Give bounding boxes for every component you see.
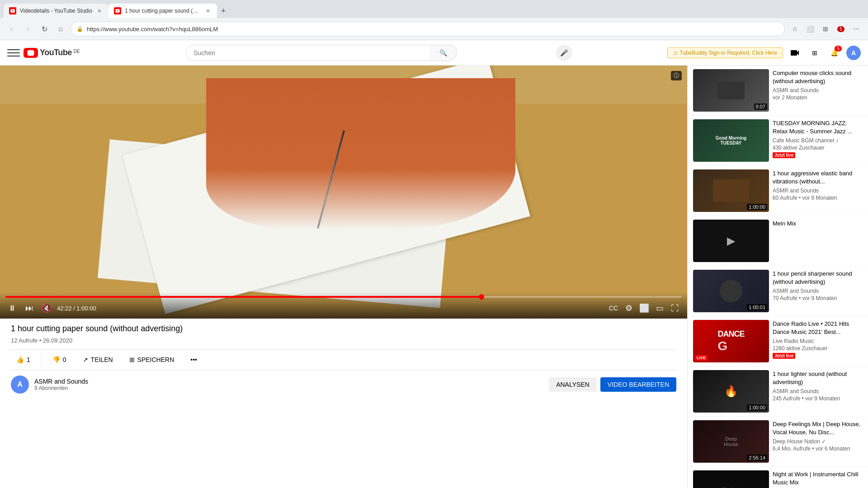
sidebar-item-title-6: Dance Radio Live • 2021 Hits Dance Music… xyxy=(773,320,863,336)
tubebuddy-banner[interactable]: ⚠ TubeBuddy Sign-in Required, Click Here xyxy=(667,47,783,58)
list-item[interactable]: DeepHouse 2:56:14 Deep Feelings Mix | De… xyxy=(688,417,868,467)
hand-area xyxy=(206,78,515,230)
list-item[interactable]: 1:00:00 1 hour aggressive elastic band v… xyxy=(688,166,868,216)
video-area: ⓘ ⏸ ⏭ 🔇 42:22 / 1:00:00 CC xyxy=(0,66,687,488)
video-duration-8: 2:56:14 xyxy=(747,455,767,461)
logo-area: YouTube DE xyxy=(7,47,80,59)
video-scene xyxy=(0,66,687,319)
sidebar-item-channel-5: ASMR and Sounds xyxy=(773,288,863,294)
share-label: TEILEN xyxy=(91,356,113,363)
sidebar-thumbnail-7: 🔥 1:00:00 xyxy=(693,370,769,413)
share-button[interactable]: ↗ TEILEN xyxy=(77,353,118,366)
settings-button[interactable]: ⚙ xyxy=(622,301,636,315)
upload-button[interactable] xyxy=(787,45,803,61)
sidebar-item-info-3: 1 hour aggressive elastic band vibration… xyxy=(773,169,863,212)
tab-favicon-2 xyxy=(114,7,121,14)
video-player[interactable]: ⓘ ⏸ ⏭ 🔇 42:22 / 1:00:00 CC xyxy=(0,66,687,319)
profile-icon[interactable]: 5 xyxy=(835,23,847,35)
sidebar-item-title-7: 1 hour lighter sound (without advertisin… xyxy=(773,370,863,386)
sidebar-item-title-2: TUESDAY MORNING JAZZ: Relax Music - Summ… xyxy=(773,119,863,136)
thumbs-down-icon: 👎 xyxy=(52,356,60,363)
country-code: DE xyxy=(74,49,80,54)
fullscreen-button[interactable]: ⛶ xyxy=(668,301,682,315)
list-item[interactable]: 0:07 Computer mouse clicks sound (withou… xyxy=(688,66,868,116)
time-display: 42:22 / 1:00:00 xyxy=(57,305,96,312)
sidebar-item-channel-1: ASMR and Sounds xyxy=(773,87,863,94)
sidebar-item-info-4: Mein Mix xyxy=(773,220,863,262)
sidebar-thumbnail-8: DeepHouse 2:56:14 xyxy=(693,420,769,463)
thumbs-up-icon: 👍 xyxy=(16,356,24,363)
notifications-button[interactable]: 🔔 5 xyxy=(826,45,843,61)
tab-close-2[interactable]: × xyxy=(204,7,212,14)
home-button[interactable]: ⌂ xyxy=(54,23,67,35)
theater-button[interactable]: ▭ xyxy=(653,301,666,315)
list-item[interactable]: DANCEG LIVE Dance Radio Live • 2021 Hits… xyxy=(688,316,868,366)
sidebar-item-channel-6: Live Radio Music xyxy=(773,338,863,344)
volume-button[interactable]: 🔇 xyxy=(40,301,53,315)
channel-info: ASMR and Sounds 9 Abonnenten xyxy=(34,378,88,391)
notification-badge: 5 xyxy=(835,46,842,52)
list-item[interactable]: 🔥 1:00:00 1 hour lighter sound (without … xyxy=(688,366,868,417)
list-item[interactable]: 1:00:01 1 hour pencil sharpener sound (w… xyxy=(688,266,868,316)
back-button[interactable]: ‹ xyxy=(5,23,18,35)
sidebar-item-info-8: Deep Feelings Mix | Deep House, Vocal Ho… xyxy=(773,420,863,463)
video-player-container: ⓘ ⏸ ⏭ 🔇 42:22 / 1:00:00 CC xyxy=(0,66,687,319)
youtube-logo[interactable]: YouTube DE xyxy=(24,48,80,58)
refresh-button[interactable]: ↻ xyxy=(38,23,51,35)
like-divider xyxy=(41,354,42,365)
list-item[interactable]: Good MorningTUESDAY TUESDAY MORNING JAZZ… xyxy=(688,116,868,166)
user-avatar[interactable]: A xyxy=(846,46,861,60)
tab-title-2: 1 hour cutting paper sound (w... xyxy=(125,8,201,14)
pause-button[interactable]: ⏸ xyxy=(5,301,19,315)
settings-icon[interactable]: ⋯ xyxy=(850,23,863,35)
miniplayer-button[interactable]: ⬜ xyxy=(637,301,651,315)
search-bar[interactable]: 🔍 xyxy=(186,45,457,61)
tab-youtube-studio[interactable]: Videodetails - YouTube Studio × xyxy=(4,4,108,18)
collections-icon[interactable]: ⊞ xyxy=(819,23,832,35)
video-title: 1 hour cutting paper sound (without adve… xyxy=(11,324,676,333)
like-button[interactable]: 👍 1 xyxy=(11,353,36,366)
progress-bar[interactable] xyxy=(5,296,682,298)
edit-video-button[interactable]: VIDEO BEARBEITEN xyxy=(600,377,676,392)
subtitle-button[interactable]: CC xyxy=(607,301,620,315)
list-item[interactable]: Night atWork Night at Work | Instrumenta… xyxy=(688,467,868,488)
sidebar-item-channel-2: Cafe Music BGM channel ♪ xyxy=(773,137,863,144)
youtube-wordmark: YouTube xyxy=(40,48,72,57)
address-bar[interactable]: 🔒 https://www.youtube.com/watch?v=hquL88… xyxy=(71,22,785,36)
address-url: https://www.youtube.com/watch?v=hquL886o… xyxy=(87,26,779,33)
dislike-button[interactable]: 👎 0 xyxy=(47,353,72,366)
microphone-button[interactable]: 🎤 xyxy=(556,45,572,61)
analyze-button[interactable]: ANALYSEN xyxy=(549,377,597,392)
search-button[interactable]: 🔍 xyxy=(430,45,457,61)
search-input[interactable] xyxy=(186,45,430,61)
channel-name[interactable]: ASMR and Sounds xyxy=(34,378,88,385)
more-icon: ••• xyxy=(190,356,197,363)
sidebar-item-info-6: Dance Radio Live • 2021 Hits Dance Music… xyxy=(773,320,863,362)
list-item[interactable]: ▶ Mein Mix xyxy=(688,216,868,266)
recommendations-sidebar: 0:07 Computer mouse clicks sound (withou… xyxy=(687,66,868,488)
video-views-date: 12 Aufrufe • 26.09.2020 xyxy=(11,337,72,344)
bookmark-icon[interactable]: ☆ xyxy=(788,23,801,35)
lock-icon: 🔒 xyxy=(76,26,83,32)
sidebar-thumbnail-5: 1:00:01 xyxy=(693,270,769,312)
more-button[interactable]: ••• xyxy=(185,353,203,366)
tab-current-video[interactable]: 1 hour cutting paper sound (w... × xyxy=(108,4,217,18)
sidebar-item-title-4: Mein Mix xyxy=(773,220,863,228)
tab-close-1[interactable]: × xyxy=(96,7,103,14)
next-button[interactable]: ⏭ xyxy=(23,301,36,315)
sidebar-item-channel-3: ASMR and Sounds xyxy=(773,188,863,194)
pocket-icon[interactable]: ⬜ xyxy=(804,23,816,35)
youtube-logo-icon xyxy=(24,48,38,58)
video-controls: ⏸ ⏭ 🔇 42:22 / 1:00:00 CC ⚙ ⬜ ▭ ⛶ xyxy=(0,292,687,319)
new-tab-button[interactable]: + xyxy=(217,5,230,17)
channel-actions: ANALYSEN VIDEO BEARBEITEN xyxy=(549,377,676,392)
like-count: 1 xyxy=(27,356,30,363)
hamburger-menu[interactable] xyxy=(7,47,20,59)
save-button[interactable]: ⊞ SPEICHERN xyxy=(124,353,180,366)
forward-button[interactable]: › xyxy=(22,23,34,35)
apps-button[interactable]: ⊞ xyxy=(807,45,823,61)
sidebar-item-channel-8: Deep House Nation ✓ xyxy=(773,438,863,445)
video-info-button[interactable]: ⓘ xyxy=(671,71,682,80)
channel-avatar[interactable]: A xyxy=(11,375,29,394)
progress-fill xyxy=(5,296,481,298)
